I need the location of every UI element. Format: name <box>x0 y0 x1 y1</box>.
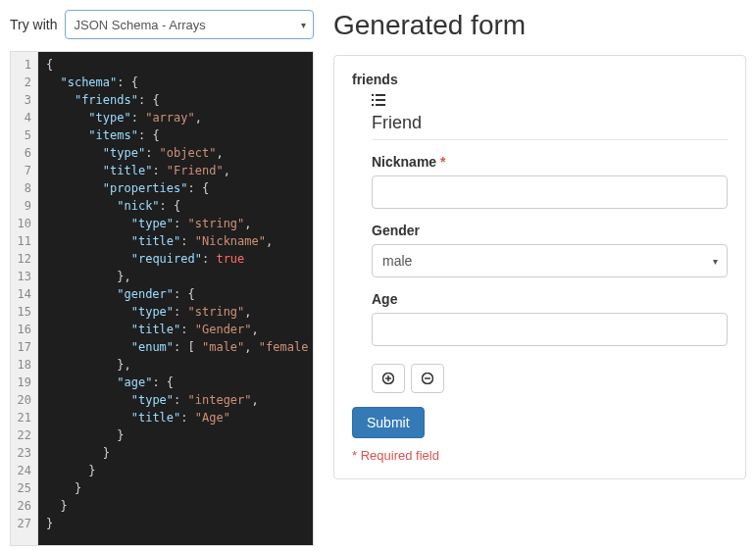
plus-circle-icon <box>382 373 394 384</box>
nickname-input[interactable] <box>372 175 728 209</box>
submit-button[interactable]: Submit <box>352 407 425 438</box>
nickname-label: Nickname * <box>372 154 728 170</box>
svg-rect-5 <box>376 104 385 106</box>
svg-rect-4 <box>372 104 374 106</box>
age-input[interactable] <box>372 313 728 346</box>
svg-rect-1 <box>376 94 385 96</box>
editor-gutter: 1234567891011121314151617181920212223242… <box>11 52 38 545</box>
gender-select[interactable]: male <box>372 244 728 277</box>
list-icon <box>372 93 728 109</box>
gender-label: Gender <box>372 223 728 238</box>
svg-rect-2 <box>372 99 374 101</box>
remove-button[interactable] <box>411 364 444 393</box>
trywith-label: Try with <box>10 17 57 32</box>
svg-rect-0 <box>372 94 374 96</box>
fieldset-legend: friends <box>352 72 728 87</box>
code-editor[interactable]: 1234567891011121314151617181920212223242… <box>10 51 314 546</box>
editor-code[interactable]: { "schema": { "friends": { "type": "arra… <box>38 52 313 545</box>
page-title: Generated form <box>333 10 746 41</box>
minus-circle-icon <box>422 373 433 384</box>
age-label: Age <box>372 291 728 307</box>
trywith-select[interactable]: JSON Schema - Arrays <box>65 10 314 39</box>
required-note: * Required field <box>352 448 728 463</box>
item-title: Friend <box>372 113 728 140</box>
form-panel: friends Friend Nickname * Gender male <box>333 55 746 479</box>
svg-rect-3 <box>376 99 385 101</box>
add-button[interactable] <box>372 364 405 393</box>
required-star: * <box>440 154 445 170</box>
